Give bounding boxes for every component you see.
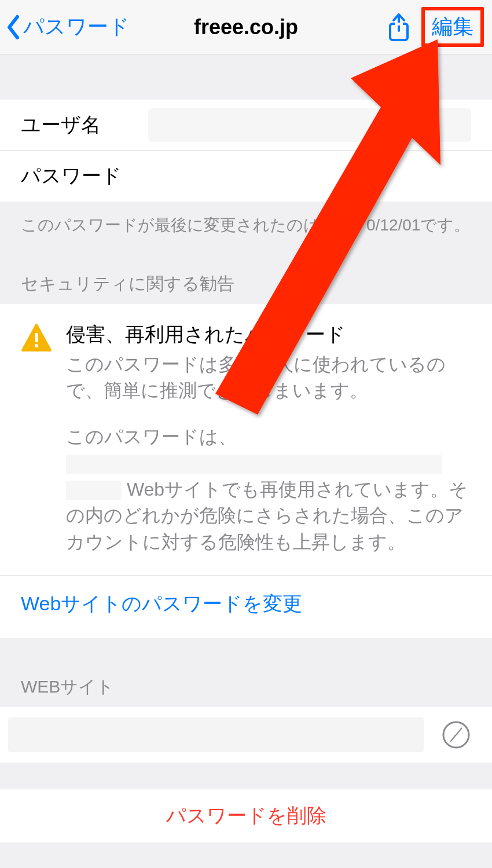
share-icon [387, 12, 411, 42]
reuse-site-redacted-2 [66, 481, 122, 500]
security-header: セキュリティに関する勧告 [0, 249, 492, 304]
share-button[interactable] [387, 12, 411, 42]
chevron-back-icon [6, 14, 21, 40]
reuse-site-redacted [66, 455, 442, 474]
svg-rect-2 [395, 23, 403, 25]
nav-right: 編集 [387, 7, 484, 47]
warning-description: このパスワードは多くの人に使われているので、簡単に推測できてしまいます。 [66, 351, 471, 404]
username-label: ユーザ名 [21, 112, 148, 138]
safari-icon [441, 720, 471, 750]
last-changed-note: このパスワードが最後に変更されたのは0/12/01です。 [0, 202, 492, 249]
credentials-group: ユーザ名 パスワード [0, 100, 492, 202]
website-row[interactable] [0, 707, 492, 763]
edit-button[interactable]: 編集 [421, 7, 484, 47]
change-password-link[interactable]: Webサイトのパスワードを変更 [0, 575, 492, 617]
warning-icon [21, 323, 52, 354]
website-header: WEBサイト [0, 638, 492, 707]
back-label: パスワード [23, 13, 130, 41]
back-button[interactable]: パスワード [6, 13, 130, 41]
username-value-redacted [148, 108, 471, 142]
username-row[interactable]: ユーザ名 [0, 100, 492, 151]
security-card: 侵害、再利用されたパスワード このパスワードは多くの人に使われているので、簡単に… [0, 304, 492, 638]
page-title: freee.co.jp [194, 15, 298, 39]
navigation-bar: パスワード freee.co.jp 編集 [0, 0, 492, 54]
svg-line-6 [450, 728, 462, 742]
svg-point-4 [35, 344, 38, 347]
svg-rect-3 [35, 333, 38, 342]
password-label: パスワード [21, 163, 148, 189]
delete-password-button[interactable]: パスワードを削除 [0, 789, 492, 843]
website-value-redacted [8, 717, 424, 752]
password-row[interactable]: パスワード [0, 151, 492, 202]
warning-title: 侵害、再利用されたパスワード [66, 321, 471, 348]
warning-reuse-paragraph: このパスワードは、 Webサイトでも再使用されています。その内のどれかが危険にさ… [66, 424, 471, 555]
